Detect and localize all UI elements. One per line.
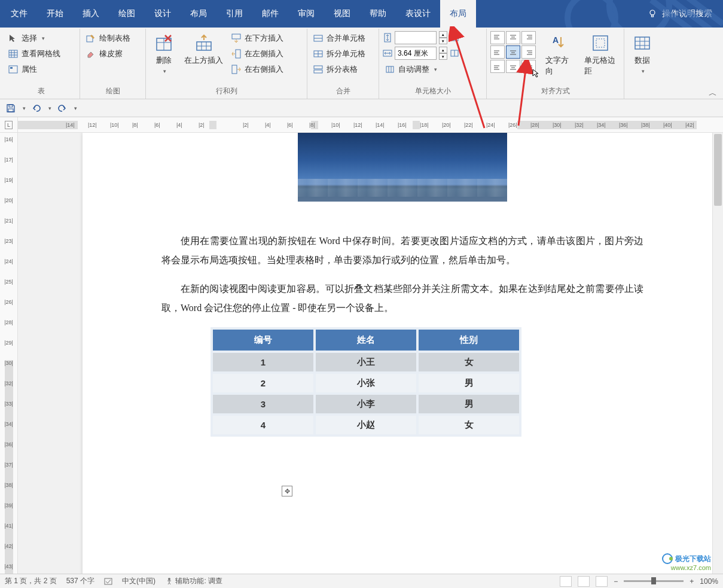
insert-above-button[interactable]: 在上方插入 [181,31,227,68]
page-indicator[interactable]: 第 1 页，共 2 页 [5,576,57,586]
table-cell[interactable]: 小李 [315,394,417,415]
pencil-table-icon [86,33,96,43]
menu-tab-12[interactable]: 布局 [440,0,476,28]
table-header[interactable]: 姓名 [315,328,417,352]
align-bot-center[interactable] [506,60,520,73]
tell-me-search[interactable]: 操作说明搜索 [638,8,722,19]
table-cell[interactable]: 3 [212,394,315,415]
autofit-button[interactable]: 自动调整▾ [383,62,459,77]
align-top-center[interactable] [506,31,520,44]
zoom-in-button[interactable]: + [690,577,694,586]
zoom-out-button[interactable]: − [614,577,618,586]
document-canvas[interactable]: 使用在需要位置出现的新按钮在 Word 中保存时间。若要更改图片适应文档的方式，… [18,133,712,574]
document-image[interactable] [298,133,507,202]
table-cell[interactable]: 小王 [315,352,417,373]
draw-table-button[interactable]: 绘制表格 [84,31,133,45]
table-cell[interactable]: 小赵 [315,415,417,435]
distribute-rows-icon[interactable] [450,33,459,42]
paragraph-2[interactable]: 在新的阅读视图中阅读更加容易。可以折叠文档某些部分并关注所需文本。如果在达到结尾… [161,279,643,318]
height-up[interactable]: ▴ [439,31,447,38]
table-cell[interactable]: 4 [212,415,315,435]
align-top-right[interactable] [521,31,536,44]
document-table[interactable]: 编号姓名性别 1小王女2小张男3小李男4小赵女 [211,327,521,437]
ruler-horizontal[interactable]: L |14||12||10||8||6||4||2||2||4||6||8||1… [0,117,723,133]
web-layout-button[interactable] [596,576,608,587]
paragraph-1[interactable]: 使用在需要位置出现的新按钮在 Word 中保存时间。若要更改图片适应文档的方式，… [161,231,643,270]
split-table-button[interactable]: 拆分表格 [311,62,368,77]
scrollbar-thumb[interactable] [714,134,722,206]
table-row[interactable]: 2小张男 [212,373,520,394]
select-button[interactable]: 选择▾ [6,31,63,45]
svg-rect-9 [9,66,17,73]
accessibility-indicator[interactable]: 辅助功能: 调查 [165,576,222,586]
view-gridlines-button[interactable]: 查看网格线 [6,47,63,61]
table-cell[interactable]: 1 [212,352,315,373]
eraser-button[interactable]: 橡皮擦 [84,47,133,61]
data-button[interactable]: 数据▾ [628,31,657,77]
menu-tab-11[interactable]: 表设计 [396,0,440,28]
word-count[interactable]: 537 个字 [66,576,94,586]
menu-tab-8[interactable]: 审阅 [288,0,324,28]
split-cells-button[interactable]: 拆分单元格 [311,47,368,61]
table-cell[interactable]: 女 [417,352,520,373]
menu-tab-2[interactable]: 插入 [73,0,109,28]
undo-button[interactable] [30,102,42,114]
table-header[interactable]: 编号 [212,328,315,352]
table-row[interactable]: 4小赵女 [212,415,520,435]
table-cell[interactable]: 男 [417,373,520,394]
undo-dropdown[interactable]: ▾ [48,105,51,111]
save-button[interactable] [5,102,17,114]
delete-button[interactable]: 删除▾ [150,31,178,77]
zoom-level[interactable]: 100% [700,577,718,586]
tab-selector[interactable]: L [5,121,13,129]
height-down[interactable]: ▾ [439,38,447,44]
ruler-vertical[interactable]: |16||17||19||20||21||23||24||25||26||28|… [0,133,18,574]
table-move-handle[interactable]: ✥ [282,486,292,496]
zoom-slider[interactable] [624,580,684,582]
insert-left-button[interactable]: 在左侧插入 [229,47,286,61]
table-header[interactable]: 性别 [417,328,520,352]
align-mid-right[interactable] [521,45,536,59]
menu-tab-7[interactable]: 邮件 [252,0,288,28]
row-height-input[interactable] [395,31,437,44]
align-top-left[interactable] [490,31,505,44]
insert-below-button[interactable]: 在下方插入 [229,31,286,45]
table-cell[interactable]: 男 [417,394,520,415]
menu-tab-9[interactable]: 视图 [324,0,360,28]
vertical-scrollbar[interactable] [712,133,723,574]
qat-customize[interactable]: ▾ [23,105,26,111]
collapse-ribbon-button[interactable]: ︿ [709,88,717,99]
align-bot-right[interactable] [521,60,536,73]
align-mid-left[interactable] [490,45,505,59]
menu-tab-5[interactable]: 布局 [181,0,216,28]
merge-cells-button[interactable]: 合并单元格 [311,31,368,45]
width-down[interactable]: ▾ [439,53,447,60]
focus-view-button[interactable] [560,576,572,587]
width-up[interactable]: ▴ [439,47,447,53]
distribute-cols-icon[interactable] [450,48,459,58]
svg-rect-1 [652,15,654,17]
table-cell[interactable]: 小张 [315,373,417,394]
align-mid-center[interactable] [506,45,520,59]
menu-tab-0[interactable]: 文件 [1,0,37,28]
redo-button[interactable] [56,102,68,114]
table-cell[interactable]: 2 [212,373,315,394]
table-row[interactable]: 3小李男 [212,394,520,415]
language-indicator[interactable]: 中文(中国) [122,576,155,586]
table-row[interactable]: 1小王女 [212,352,520,373]
col-width-input[interactable] [395,47,437,60]
table-cell[interactable]: 女 [417,415,520,435]
qat-more[interactable]: ▾ [74,105,77,111]
print-layout-button[interactable] [578,576,590,587]
insert-right-button[interactable]: 在右侧插入 [229,62,286,77]
align-bot-left[interactable] [490,60,505,73]
menu-tab-10[interactable]: 帮助 [360,0,396,28]
properties-button[interactable]: 属性 [6,62,63,77]
cell-margins-button[interactable]: 单元格边距 [581,31,620,79]
menu-tab-1[interactable]: 开始 [37,0,73,28]
menu-tab-4[interactable]: 设计 [145,0,181,28]
spellcheck-icon[interactable] [104,577,112,586]
menu-tab-6[interactable]: 引用 [216,0,252,28]
text-direction-button[interactable]: A文字方向 [542,31,575,79]
menu-tab-3[interactable]: 绘图 [109,0,145,28]
